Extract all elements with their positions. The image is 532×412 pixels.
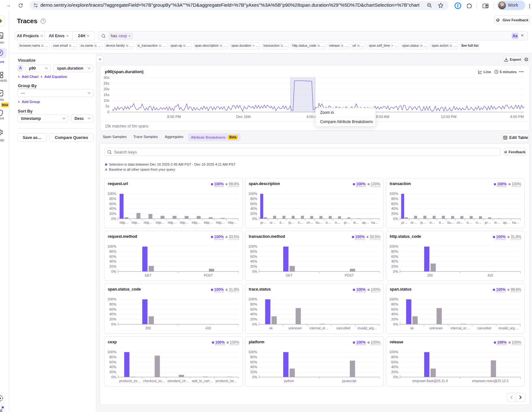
svg-text:internal_er…: internal_er…: [451, 326, 470, 330]
svg-text:20%: 20%: [391, 317, 398, 321]
svg-text:http…: http…: [228, 221, 237, 224]
svg-text:http…: http…: [192, 221, 201, 224]
svg-text:0%: 0%: [111, 322, 116, 326]
svg-text:standard_ch…: standard_ch…: [167, 379, 189, 383]
svg-text:60%: 60%: [109, 307, 116, 311]
svg-text:empower.flask@25.11.4: empower.flask@25.11.4: [412, 379, 448, 383]
svg-text:40%: 40%: [250, 259, 257, 263]
svg-text:200: 200: [427, 274, 433, 277]
svg-text:40%: 40%: [109, 259, 116, 263]
svg-text:100%: 100%: [248, 244, 257, 248]
svg-text:/e…: /e…: [353, 221, 359, 224]
svg-text:200: 200: [145, 326, 151, 330]
svg-text:or…: or…: [411, 221, 417, 224]
svg-text:100%: 100%: [108, 244, 116, 248]
svg-text:GET: GET: [286, 274, 293, 277]
svg-text:GET: GET: [145, 274, 152, 277]
svg-text:invalid_arg…: invalid_arg…: [499, 326, 518, 330]
svg-text:0%: 0%: [111, 269, 116, 273]
svg-text:products_ex…: products_ex…: [119, 379, 141, 383]
svg-text:40%: 40%: [250, 312, 257, 316]
svg-text:http…: http…: [168, 221, 177, 224]
svg-text:http…: http…: [204, 221, 213, 224]
svg-text:80%: 80%: [250, 197, 257, 201]
svg-text:80%: 80%: [109, 355, 116, 359]
svg-text:60%: 60%: [109, 202, 116, 205]
svg-text:ok: ok: [410, 326, 414, 330]
svg-text:80%: 80%: [250, 302, 257, 306]
svg-text:60%: 60%: [250, 254, 257, 258]
svg-text:unknown: unknown: [289, 326, 302, 330]
svg-text:80%: 80%: [391, 355, 398, 359]
svg-text:60%: 60%: [250, 307, 257, 311]
svg-text:/c…: /c…: [466, 221, 472, 224]
svg-text:20%: 20%: [250, 264, 257, 268]
svg-text:0%: 0%: [252, 269, 257, 273]
svg-text:80%: 80%: [391, 302, 398, 306]
svg-text:/c…: /c…: [326, 221, 332, 224]
svg-text:80%: 80%: [250, 355, 257, 359]
svg-text:100%: 100%: [108, 350, 116, 354]
svg-text:http…: http…: [216, 221, 225, 224]
svg-text:20%: 20%: [391, 264, 398, 268]
svg-text:0%: 0%: [393, 216, 398, 220]
svg-text:POST: POST: [204, 274, 213, 277]
svg-text:20%: 20%: [250, 370, 257, 374]
svg-text:40%: 40%: [109, 312, 116, 316]
svg-text:pr…: pr…: [402, 221, 408, 224]
svg-text:100%: 100%: [108, 297, 116, 301]
svg-text:60%: 60%: [250, 202, 257, 205]
svg-text:Su…: Su…: [316, 221, 323, 224]
svg-text:100%: 100%: [389, 350, 398, 354]
svg-text:100%: 100%: [248, 297, 257, 301]
svg-text:410: 410: [487, 274, 493, 277]
svg-text:40%: 40%: [391, 312, 398, 316]
svg-text:40%: 40%: [250, 365, 257, 369]
svg-text:60%: 60%: [109, 254, 116, 258]
svg-text:unknown: unknown: [430, 326, 443, 330]
svg-text:cancelled: cancelled: [477, 326, 491, 330]
svg-text:it…: it…: [280, 221, 285, 224]
svg-text:410: 410: [206, 326, 211, 330]
svg-text:60%: 60%: [391, 307, 398, 311]
svg-text:80%: 80%: [109, 250, 116, 253]
svg-text:20%: 20%: [250, 212, 257, 216]
svg-text:/p…: /p…: [288, 221, 294, 224]
svg-text:60%: 60%: [391, 360, 398, 364]
svg-text:20%: 20%: [109, 370, 116, 374]
svg-text:60%: 60%: [109, 360, 116, 364]
svg-text:0%: 0%: [252, 216, 257, 220]
svg-text:60%: 60%: [250, 360, 257, 364]
svg-text:/c…: /c…: [430, 221, 436, 224]
svg-text:20%: 20%: [250, 317, 257, 321]
svg-text:100%: 100%: [389, 297, 398, 301]
svg-text:Su…: Su…: [447, 221, 454, 224]
svg-text:javascript: javascript: [342, 379, 356, 383]
svg-text:40%: 40%: [109, 207, 116, 210]
svg-text:python: python: [284, 379, 294, 383]
svg-text:0%: 0%: [252, 375, 257, 379]
svg-text:empower.react@25.12.3: empower.react@25.12.3: [472, 379, 508, 383]
svg-text:80%: 80%: [391, 250, 398, 253]
svg-text:ap…: ap…: [503, 221, 510, 224]
svg-text:100%: 100%: [108, 192, 116, 196]
svg-text:100%: 100%: [248, 192, 257, 196]
svg-text:0%: 0%: [393, 269, 398, 273]
svg-text:0%: 0%: [393, 322, 398, 326]
svg-text:20%: 20%: [109, 317, 116, 321]
svg-text:http…: http…: [144, 221, 153, 224]
svg-text:0%: 0%: [111, 216, 116, 220]
svg-text:or…: or…: [270, 221, 276, 224]
svg-text:invalid_arg…: invalid_arg…: [358, 326, 377, 330]
svg-text:/e…: /e…: [494, 221, 500, 224]
svg-text:/c…: /c…: [335, 221, 341, 224]
svg-text:ok: ok: [269, 326, 273, 330]
svg-text:ap…: ap…: [362, 221, 369, 224]
svg-text:100%: 100%: [389, 192, 398, 196]
svg-text:40%: 40%: [391, 207, 398, 210]
svg-text:100%: 100%: [248, 350, 257, 354]
svg-text:20%: 20%: [391, 370, 398, 374]
svg-text:0%: 0%: [252, 322, 257, 326]
svg-text:http…: http…: [132, 221, 141, 224]
svg-text:40%: 40%: [391, 259, 398, 263]
